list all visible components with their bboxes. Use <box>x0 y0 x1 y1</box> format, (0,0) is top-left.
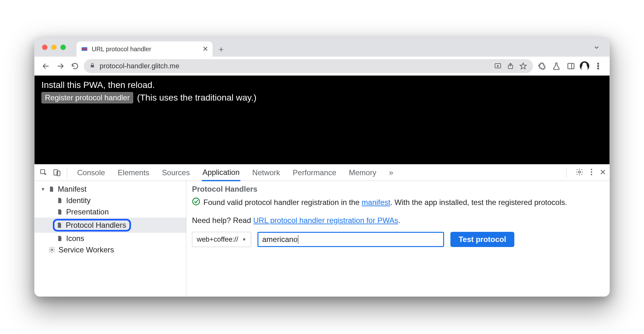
register-note: (This uses the traditional way.) <box>137 93 257 103</box>
sidebar-label: Manifest <box>58 185 87 194</box>
panel-title: Protocol Handlers <box>192 184 604 194</box>
check-circle-icon <box>192 197 200 208</box>
register-protocol-button[interactable]: Register protocol handler <box>41 92 133 103</box>
file-icon <box>48 186 55 192</box>
protocol-path-input[interactable]: americano <box>257 232 444 247</box>
device-toggle-icon[interactable] <box>51 167 63 179</box>
tab-sources[interactable]: Sources <box>161 165 190 180</box>
test-protocol-button[interactable]: Test protocol <box>450 232 514 247</box>
window-minimize-button[interactable] <box>51 45 57 50</box>
back-button[interactable] <box>40 60 52 72</box>
instruction-text: Install this PWA, then reload. <box>41 80 603 90</box>
extensions-icon[interactable] <box>536 60 548 72</box>
bookmark-star-icon[interactable] <box>519 62 527 70</box>
input-value: americano <box>262 234 298 244</box>
favicon-icon <box>81 46 88 53</box>
svg-point-25 <box>51 249 53 251</box>
page-content: Install this PWA, then reload. Register … <box>34 76 610 164</box>
sidebar-label: Icons <box>66 234 84 243</box>
tab-console[interactable]: Console <box>77 165 106 180</box>
sidebar-item-icons[interactable]: Icons <box>34 233 186 244</box>
sidebar-item-manifest[interactable]: ▼ Manifest <box>34 183 186 195</box>
sidebar-item-protocol-handlers[interactable]: Protocol Handlers <box>34 218 186 233</box>
share-icon[interactable] <box>506 62 515 70</box>
sidebar-label: Protocol Handlers <box>66 221 126 230</box>
help-text: Need help? Read URL protocol handler reg… <box>192 215 604 226</box>
tab-application[interactable]: Application <box>202 165 240 181</box>
expand-icon: ▼ <box>41 187 45 192</box>
separator <box>67 168 67 177</box>
tab-performance[interactable]: Performance <box>292 165 337 180</box>
separator <box>566 168 567 177</box>
svg-point-15 <box>598 68 599 69</box>
scheme-value: web+coffee:// <box>197 235 238 244</box>
reload-button[interactable] <box>69 60 81 72</box>
sidebar-label: Identity <box>66 196 90 205</box>
chevron-down-icon: ▼ <box>242 237 246 243</box>
protocol-handlers-panel: Protocol Handlers Found valid protocol h… <box>186 181 610 296</box>
svg-point-20 <box>591 169 592 170</box>
devtools-close-icon[interactable] <box>599 169 606 177</box>
window-maximize-button[interactable] <box>60 45 66 50</box>
svg-point-14 <box>598 65 599 67</box>
svg-rect-11 <box>568 63 574 69</box>
tab-title: URL protocol handler <box>92 46 199 53</box>
sidebar-item-service-workers[interactable]: Service Workers <box>34 244 186 256</box>
chrome-menu-icon[interactable] <box>592 60 604 72</box>
tab-memory[interactable]: Memory <box>348 165 377 180</box>
application-sidebar: ▼ Manifest Identity Presentation <box>34 181 186 296</box>
file-icon <box>57 235 63 242</box>
gear-icon <box>48 246 55 253</box>
devtools-menu-icon[interactable] <box>590 168 593 177</box>
close-tab-button[interactable]: ✕ <box>202 45 208 53</box>
new-tab-button[interactable]: ＋ <box>213 41 230 57</box>
svg-marker-10 <box>520 63 526 69</box>
window-close-button[interactable] <box>42 45 47 50</box>
sidebar-label: Presentation <box>66 207 109 216</box>
tab-network[interactable]: Network <box>252 165 281 180</box>
docs-link[interactable]: URL protocol handler registration for PW… <box>253 216 398 225</box>
devtools-toolbar: Console Elements Sources Application Net… <box>34 164 610 181</box>
sidebar-label: Service Workers <box>59 245 114 254</box>
devtools-settings-icon[interactable] <box>575 168 584 177</box>
profile-avatar[interactable] <box>580 61 589 71</box>
forward-button[interactable] <box>55 60 66 72</box>
text-cursor <box>298 235 298 244</box>
svg-point-13 <box>598 63 599 64</box>
svg-point-19 <box>579 171 581 173</box>
install-icon[interactable] <box>494 62 502 70</box>
sidebar-item-presentation[interactable]: Presentation <box>34 206 186 218</box>
svg-point-21 <box>591 171 592 172</box>
url-text: protocol-handler.glitch.me <box>100 62 489 70</box>
svg-point-22 <box>591 174 592 175</box>
file-icon <box>57 209 63 215</box>
inspect-element-icon[interactable] <box>38 167 50 179</box>
tab-list-button[interactable] <box>593 44 600 52</box>
browser-tab[interactable]: URL protocol handler ✕ <box>77 41 213 57</box>
side-panel-icon[interactable] <box>565 60 577 72</box>
devtools-panel: Console Elements Sources Application Net… <box>34 164 610 296</box>
more-tabs-button[interactable]: » <box>388 165 394 180</box>
status-text: Found valid protocol handler registratio… <box>203 197 567 207</box>
file-icon <box>57 197 63 204</box>
file-icon <box>56 222 63 228</box>
scheme-select[interactable]: web+coffee:// ▼ <box>192 232 251 247</box>
svg-rect-1 <box>82 47 87 49</box>
sidebar-item-identity[interactable]: Identity <box>34 195 186 206</box>
lock-icon <box>90 63 95 70</box>
svg-rect-2 <box>82 50 87 51</box>
svg-rect-5 <box>91 65 94 67</box>
browser-window: URL protocol handler ✕ ＋ protocol-handle… <box>34 37 610 297</box>
tab-strip: URL protocol handler ✕ ＋ <box>34 38 610 57</box>
toolbar: protocol-handler.glitch.me <box>34 57 610 76</box>
tab-elements[interactable]: Elements <box>117 165 150 180</box>
labs-flask-icon[interactable] <box>551 60 562 72</box>
address-bar[interactable]: protocol-handler.glitch.me <box>84 59 533 73</box>
svg-point-26 <box>193 198 200 205</box>
manifest-link[interactable]: manifest <box>362 198 390 207</box>
